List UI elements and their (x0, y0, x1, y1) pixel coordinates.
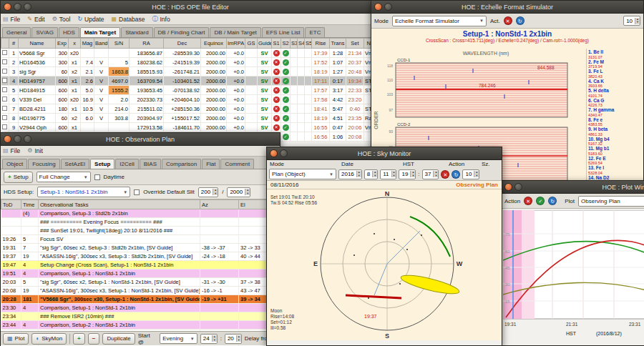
duplicate-button[interactable]: Duplicate (102, 333, 135, 345)
spinner-arrows[interactable]: ▲▼ (410, 171, 415, 177)
spinner-arrows[interactable]: ▲▼ (245, 189, 250, 195)
ok-icon[interactable]: ✓ (283, 87, 289, 94)
tab-hds[interactable]: HDS (59, 27, 79, 37)
cancel-icon[interactable]: ✕ (441, 170, 449, 179)
row-checkbox[interactable] (2, 124, 7, 129)
ok-icon[interactable]: ✓ (283, 124, 289, 131)
spinner-arrows[interactable]: ▲▼ (635, 18, 640, 24)
minimize-button[interactable] (514, 183, 522, 191)
row-checkbox[interactable] (2, 97, 7, 102)
minute-spinner[interactable]: 37▲▼ (422, 169, 439, 179)
spinner-arrows[interactable]: ▲▼ (212, 335, 217, 342)
row-checkbox[interactable] (2, 87, 7, 92)
cancel-icon[interactable]: ✕ (273, 106, 280, 112)
tab-db-finding-chart[interactable]: DB / Finding Chart (154, 27, 210, 37)
full-change-select[interactable]: Full Change▼ (36, 172, 91, 182)
refresh-icon[interactable]: ↻ (452, 170, 460, 179)
cancel-icon[interactable]: ✕ (504, 16, 512, 25)
hour-spinner[interactable]: 19▲▼ (399, 169, 416, 179)
plan-row[interactable]: 19:317"sig Sgr", 60sec x2, Setup-3 : Std… (1, 244, 273, 252)
cancel-icon[interactable]: ✕ (273, 78, 280, 84)
spinner-arrows[interactable]: ▲▼ (391, 171, 396, 177)
minimize-button[interactable] (280, 149, 288, 157)
remove-row-button[interactable]: − (88, 333, 100, 345)
spinner-arrows[interactable]: ▲▼ (372, 171, 377, 177)
table-row[interactable]: 7BD28.4211180x110.5V214.0215511.02+28515… (1, 104, 381, 114)
month-spinner[interactable]: 8▲▼ (364, 169, 378, 179)
year-spinner[interactable]: 2016▲▼ (338, 169, 362, 179)
maximize-button[interactable] (24, 135, 31, 143)
refresh-icon[interactable]: ↻ (548, 197, 557, 205)
menu-edit[interactable]: ✎Edit (27, 16, 44, 23)
ok-icon[interactable]: ✓ (283, 134, 289, 140)
ope-titlebar[interactable]: HOE : HDS OPE file Editor (1, 1, 380, 14)
tab-focusing[interactable]: Focusing (28, 159, 59, 169)
maximize-button[interactable] (24, 3, 31, 11)
tab-etc[interactable]: ETC (305, 27, 325, 37)
add-row-button[interactable]: + (73, 333, 85, 345)
row-checkbox[interactable] (2, 69, 7, 74)
size-spinner[interactable]: 10 ▲▼ (623, 16, 640, 26)
row-checkbox[interactable] (2, 59, 7, 64)
apply-icon[interactable]: ✓ (536, 197, 545, 205)
plot-titlebar[interactable]: HOE : Plot Window (502, 181, 644, 194)
close-button[interactable] (4, 135, 11, 143)
table-row[interactable]: 3sig Sgr60x22.1V1863.8185515.93-261748.2… (1, 67, 381, 76)
row-checkbox[interactable] (2, 50, 7, 55)
tab-comparison[interactable]: Comparison (162, 159, 201, 169)
minimize-button[interactable] (14, 3, 21, 11)
plan-row[interactable]: 20:0819"ASASSN-16ig", 300sec x3, Setup-1… (1, 287, 273, 295)
tab-setup[interactable]: Setup (90, 159, 114, 169)
size-spinner[interactable]: 10▲▼ (462, 169, 479, 179)
close-button[interactable] (270, 149, 278, 157)
row-checkbox[interactable] (2, 115, 7, 120)
mode-select[interactable]: Echelle Format Simulator▼ (392, 16, 487, 26)
tab-main-target[interactable]: Main Target (80, 27, 120, 37)
start-minute-spinner[interactable]: 20▲▼ (225, 334, 242, 344)
spinner-arrows[interactable]: ▲▼ (474, 171, 479, 177)
tab-comment[interactable]: Comment (220, 159, 254, 169)
cancel-icon[interactable]: ✕ (273, 50, 280, 56)
menu-file[interactable]: ▤File (3, 147, 20, 154)
tab-db-main-target[interactable]: DB / Main Target (210, 27, 260, 37)
ok-icon[interactable]: ✓ (283, 59, 289, 66)
close-button[interactable] (4, 3, 11, 11)
plan-row[interactable]: 19:474Setup Change (Cross Scan), Setup-1… (1, 261, 273, 270)
cancel-icon[interactable]: ✕ (273, 115, 280, 122)
cancel-icon[interactable]: ✕ (524, 197, 532, 205)
plot-button[interactable]: ▦Plot (3, 333, 29, 345)
plot-type-select[interactable]: Observing Plan▼ (578, 196, 644, 207)
menu-tool[interactable]: ⚙Tool (52, 16, 71, 23)
cancel-icon[interactable]: ✕ (273, 87, 280, 94)
start-select[interactable]: Evening▼ (160, 333, 197, 344)
slit-length-spinner[interactable]: 2000▲▼ (227, 187, 250, 197)
table-row[interactable]: 9V2944 Oph600x1172913.58-184611.702000.0… (1, 123, 381, 132)
plan-row[interactable]: ### ========== Evening Focus ========== … (1, 218, 273, 227)
close-button[interactable] (504, 183, 512, 191)
skymon-button[interactable]: ◐SkyMon (31, 333, 67, 345)
minimize-button[interactable] (14, 135, 21, 143)
day-spinner[interactable]: 11▲▼ (380, 169, 396, 179)
echelle-titlebar[interactable]: HOE : Echelle Format Simulator (371, 1, 643, 14)
ok-icon[interactable]: ✓ (283, 115, 289, 122)
override-slit-checkbox[interactable] (134, 189, 140, 195)
spinner-arrows[interactable]: ▲▼ (213, 189, 218, 195)
table-row[interactable]: 2HD164536300x17.4V5180238.62-241519.3920… (1, 58, 381, 67)
cancel-icon[interactable]: ✕ (273, 124, 280, 131)
tab-sv-ag[interactable]: SV/AG (31, 27, 57, 37)
menu-update[interactable]: ↻Update (77, 16, 104, 23)
plan-row[interactable]: 20:28181"V5668 Sgr", 300sec x30, Setup-1… (1, 295, 273, 304)
spinner-arrows[interactable]: ▲▼ (236, 335, 241, 342)
plan-row[interactable]: 20:035"sig Sgr", 60sec x2, Setup-1 : Non… (1, 278, 273, 287)
plan-row[interactable]: 19:3719"ASASSN-16ig", 300sec x3, Setup-3… (1, 252, 273, 261)
tab-bias[interactable]: BIAS (140, 159, 161, 169)
sky-titlebar[interactable]: HOE : Sky Monitor (267, 147, 502, 160)
row-checkbox[interactable] (2, 78, 7, 83)
table-row[interactable]: 4HD149757600x12.6V4697.0163709.54-103401… (1, 76, 381, 86)
plan-row[interactable]: 23:444Comparison, Setup-2 : NonStd-1 2x1… (1, 321, 273, 330)
daytime-checkbox[interactable] (94, 174, 100, 180)
menu-file[interactable]: ▤File (3, 16, 20, 23)
tab-flat[interactable]: Flat (202, 159, 220, 169)
ok-icon[interactable]: ✓ (283, 78, 289, 84)
plan-row[interactable]: ### SunSet 19:01, Twilight(18deg) 20:10 … (1, 227, 273, 235)
